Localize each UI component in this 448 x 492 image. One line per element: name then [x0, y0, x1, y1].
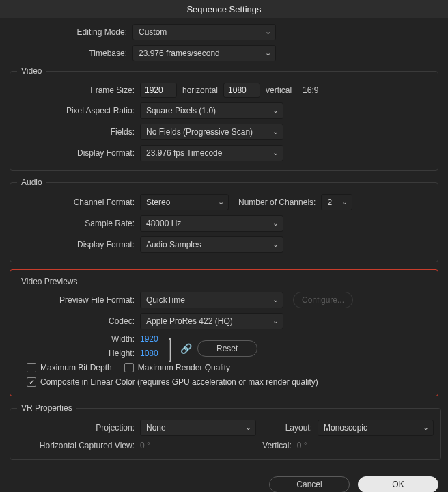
par-label: Pixel Aspect Ratio:	[17, 106, 140, 115]
vertical-label: vertical	[266, 85, 292, 95]
chevron-down-icon: ⌄	[272, 240, 279, 249]
sample-rate-label: Sample Rate:	[17, 219, 140, 228]
chevron-down-icon: ⌄	[265, 49, 271, 57]
chevron-down-icon: ⌄	[272, 106, 279, 115]
audio-display-format-label: Display Format:	[17, 240, 140, 249]
vr-group: VR Properties Projection: None⌄ Layout: …	[10, 403, 441, 460]
video-previews-title: Video Previews	[17, 277, 82, 286]
reset-button[interactable]: Reset	[197, 340, 257, 357]
projection-label: Projection:	[17, 423, 140, 433]
chevron-down-icon: ⌄	[272, 316, 279, 325]
vertical-value: 0 °	[297, 441, 307, 450]
preview-height-label: Height:	[17, 348, 140, 358]
timebase-select[interactable]: 23.976 frames/second⌄	[132, 45, 276, 62]
checkbox-icon	[27, 363, 36, 372]
cancel-button[interactable]: Cancel	[269, 476, 350, 492]
frame-size-label: Frame Size:	[17, 85, 140, 95]
max-render-quality-checkbox[interactable]: Maximum Render Quality	[124, 363, 230, 372]
vr-group-title: VR Properties	[17, 403, 76, 413]
chevron-down-icon: ⌄	[218, 197, 224, 206]
hcv-value: 0 °	[140, 441, 150, 450]
hcv-label: Horizontal Captured View:	[17, 441, 140, 450]
max-bit-depth-checkbox[interactable]: Maximum Bit Depth	[27, 363, 112, 372]
frame-width-input[interactable]	[140, 83, 177, 98]
checkbox-icon	[27, 377, 36, 387]
display-format-label: Display Format:	[17, 148, 140, 158]
preview-width-value[interactable]: 1920	[140, 334, 158, 344]
chevron-down-icon: ⌄	[272, 219, 279, 228]
chevron-down-icon: ⌄	[272, 148, 279, 157]
channel-format-label: Channel Format:	[17, 197, 140, 207]
timebase-label: Timebase:	[10, 49, 132, 58]
audio-display-format-select[interactable]: Audio Samples⌄	[140, 236, 283, 253]
num-channels-label: Number of Channels:	[238, 197, 316, 207]
vertical-label: Vertical:	[150, 441, 297, 450]
codec-select[interactable]: Apple ProRes 422 (HQ)⌄	[140, 313, 283, 329]
fields-label: Fields:	[17, 127, 140, 137]
chevron-down-icon: ⌄	[245, 423, 251, 432]
layout-label: Layout:	[277, 423, 318, 433]
fields-select[interactable]: No Fields (Progressive Scan)⌄	[140, 124, 283, 140]
preview-height-value[interactable]: 1080	[140, 348, 158, 358]
sample-rate-select[interactable]: 48000 Hz⌄	[140, 215, 283, 232]
projection-select[interactable]: None⌄	[140, 420, 256, 436]
editing-mode-label: Editing Mode:	[10, 27, 132, 37]
window-title: Sequence Settings	[0, 0, 448, 18]
configure-button: Configure...	[293, 292, 353, 308]
checkbox-icon	[124, 363, 134, 372]
composite-linear-color-checkbox[interactable]: Composite in Linear Color (requires GPU …	[27, 377, 318, 387]
display-format-select[interactable]: 23.976 fps Timecode⌄	[140, 145, 283, 161]
chevron-down-icon: ⌄	[265, 27, 271, 36]
codec-label: Codec:	[17, 316, 140, 326]
chevron-down-icon: ⌄	[272, 295, 279, 304]
editing-mode-select[interactable]: Custom⌄	[132, 24, 276, 40]
video-group: Video Frame Size: horizontal vertical 16…	[10, 66, 438, 171]
par-select[interactable]: Square Pixels (1.0)⌄	[140, 102, 283, 119]
video-previews-group: Video Previews Preview File Format: Quic…	[10, 269, 438, 396]
chevron-down-icon: ⌄	[341, 197, 348, 206]
layout-select: Monoscopic⌄	[318, 420, 434, 436]
ok-button[interactable]: OK	[358, 476, 438, 492]
bracket-icon: ]	[169, 341, 171, 356]
link-icon[interactable]: 🔗	[180, 343, 192, 354]
horizontal-label: horizontal	[182, 85, 218, 95]
aspect-label: 16:9	[303, 85, 318, 95]
num-channels-select: 2⌄	[321, 194, 352, 210]
chevron-down-icon: ⌄	[272, 127, 279, 136]
preview-width-label: Width:	[17, 334, 140, 344]
audio-group-title: Audio	[17, 178, 46, 187]
preview-file-format-label: Preview File Format:	[17, 295, 140, 305]
preview-file-format-select[interactable]: QuickTime⌄	[140, 292, 283, 308]
audio-group: Audio Channel Format: Stereo⌄ Number of …	[10, 178, 438, 262]
frame-height-input[interactable]	[223, 83, 260, 98]
channel-format-select: Stereo⌄	[140, 194, 229, 210]
video-group-title: Video	[17, 66, 46, 76]
chevron-down-icon: ⌄	[423, 423, 429, 432]
